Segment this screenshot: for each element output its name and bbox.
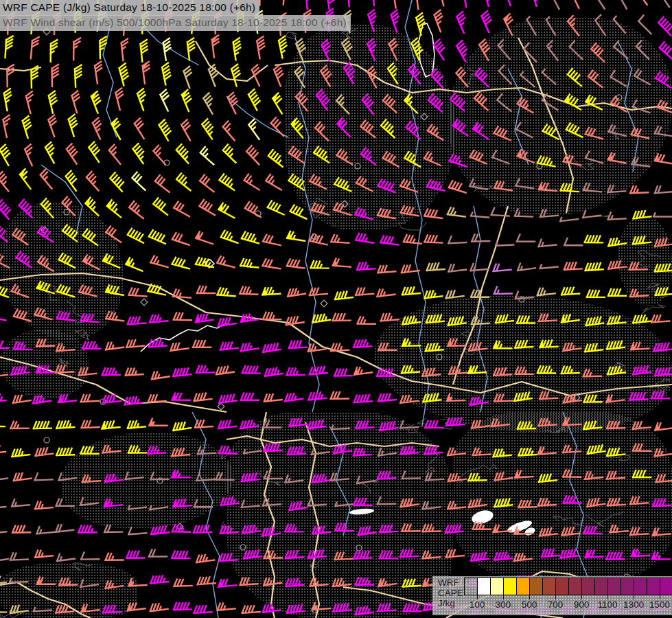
cape-tick-label: 1300 [620,599,647,610]
cape-color-cell [634,577,647,595]
legend-label-line: CAPE [438,588,463,598]
cape-color-cell [503,577,516,595]
cape-color-cell [555,577,568,595]
cape-tick-label: 900 [568,599,595,610]
cape-tick-label: 300 [489,599,517,610]
cape-color-cell [516,577,529,595]
title-cape: WRF CAPE (J/kg) Saturday 18-10-2025 18:0… [0,0,259,16]
map-canvas [0,0,672,618]
cape-tick-label: 500 [515,599,543,610]
wind-barbs [0,0,672,615]
weather-map-screen: WRF CAPE (J/kg) Saturday 18-10-2025 18:0… [0,0,672,618]
cape-color-cell [477,577,490,595]
cape-legend: WRFCAPEJ/kg 100300500700900110013001500 [432,576,672,615]
legend-label: WRFCAPEJ/kg [438,577,463,608]
cape-color-cell [490,577,503,595]
title-windshear: WRF Wind shear (m/s) 500/1000hPa Saturda… [0,15,351,31]
cape-tick-label: 700 [542,599,569,610]
cape-tick-label: 100 [463,599,491,610]
cape-color-cell [660,577,672,595]
cape-tick-label: 1500 [646,599,672,610]
cape-color-cell [568,577,581,595]
cape-color-cell [621,577,634,595]
cape-color-cell [607,577,621,595]
cape-color-cell [594,577,607,595]
rivers [41,0,638,618]
lakes [349,507,537,536]
cape-tick-label: 1100 [594,599,621,610]
cape-color-cell [647,577,660,595]
cape-color-cell [581,577,594,595]
cape-color-cell [529,577,542,595]
cape-color-cell [464,577,477,595]
cape-color-cell [542,577,555,595]
legend-label-line: J/kg [438,598,463,608]
cape-colorbar [464,577,672,595]
legend-label-line: WRF [438,577,463,588]
